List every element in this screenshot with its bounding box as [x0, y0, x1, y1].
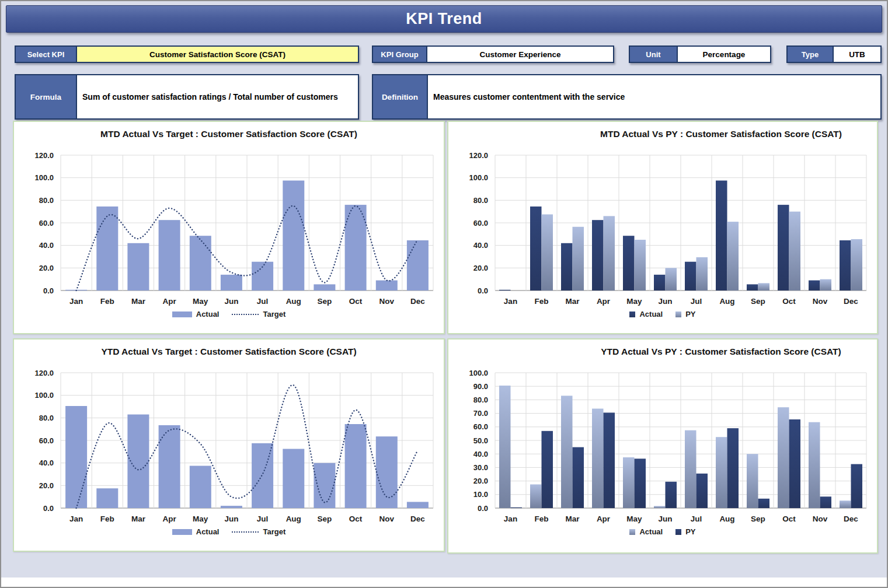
chart-panel-mtd-py: MTD Actual Vs PY : Customer Satisfaction…	[447, 121, 878, 334]
x-tick-label: Sep	[318, 297, 332, 306]
x-tick-label: Oct	[349, 514, 363, 523]
bar-py-mar	[573, 227, 584, 290]
bar-actual-jul	[685, 262, 697, 290]
y-tick-label: 60.0	[39, 436, 54, 445]
x-tick-label: Jun	[658, 514, 672, 523]
type-control: Type UTB	[786, 46, 882, 63]
x-tick-label: May	[193, 514, 208, 523]
x-tick-label: Apr	[597, 514, 611, 523]
select-kpi-control: Select KPI Customer Satisfaction Score (…	[15, 46, 359, 63]
bar-py-apr	[604, 216, 615, 290]
x-tick-label: Jan	[504, 297, 517, 306]
dashboard: KPI Trend Select KPI Customer Satisfacti…	[1, 1, 887, 587]
x-tick-label: Aug	[286, 514, 301, 523]
bar-actual-aug	[283, 449, 304, 509]
legend-item-py: PY	[675, 310, 695, 318]
y-tick-label: 60.0	[39, 219, 54, 228]
bar-actual-may	[190, 466, 211, 509]
x-tick-label: Oct	[782, 297, 796, 306]
page-title: KPI Trend	[6, 5, 882, 33]
kpi-group-control: KPI Group Customer Experience	[372, 46, 614, 63]
bar-py-aug	[727, 428, 739, 508]
x-tick-label: Feb	[100, 297, 114, 306]
bar-py-may	[635, 240, 646, 290]
x-tick-label: Dec	[844, 297, 858, 306]
y-tick-label: 100.0	[469, 369, 488, 377]
y-tick-label: 100.0	[34, 391, 54, 400]
x-tick-label: Mar	[131, 514, 146, 523]
bar-py-oct	[789, 212, 801, 290]
select-kpi-label: Select KPI	[16, 47, 76, 62]
bar-actual-feb	[530, 484, 542, 508]
x-tick-label: Aug	[719, 514, 734, 523]
y-tick-label: 40.0	[473, 450, 488, 459]
x-tick-label: Oct	[349, 297, 363, 306]
formula-value: Sum of customer satisfaction ratings / T…	[76, 75, 358, 118]
bar-actual-jul	[252, 262, 273, 290]
definition-label: Definition	[373, 75, 427, 118]
bar-py-jul	[697, 257, 708, 290]
x-tick-label: Sep	[318, 514, 332, 523]
mtd-target-chart: 0.020.040.060.080.0100.0120.0JanFebMarAp…	[14, 141, 444, 309]
x-tick-label: Jul	[691, 297, 702, 306]
bar-actual-dec	[407, 240, 429, 290]
bar-actual-jan	[499, 290, 511, 290]
bar-py-jun	[666, 482, 677, 508]
unit-control: Unit Percentage	[629, 46, 771, 63]
definition-value: Measures customer contentment with the s…	[427, 75, 880, 118]
chart-title: MTD Actual Vs PY : Customer Satisfaction…	[452, 129, 873, 139]
x-tick-label: Apr	[597, 297, 611, 306]
ytd-py-chart: 0.010.020.030.040.050.060.070.080.090.01…	[448, 359, 877, 527]
x-tick-label: Jan	[69, 297, 83, 306]
definition-control: Definition Measures customer contentment…	[372, 74, 882, 120]
py-bar-swatch	[675, 529, 681, 535]
bar-actual-nov	[376, 436, 398, 508]
bar-actual-apr	[159, 220, 180, 290]
legend-label: PY	[685, 527, 695, 536]
y-tick-label: 0.0	[478, 286, 488, 295]
x-tick-label: Aug	[286, 297, 301, 306]
legend-label: PY	[685, 310, 695, 318]
ytd-target-chart: 0.020.040.060.080.0100.0120.0JanFebMarAp…	[14, 359, 444, 527]
bar-actual-nov	[809, 422, 820, 508]
mtd-py-chart: 0.020.040.060.080.0100.0120.0JanFebMarAp…	[448, 141, 877, 309]
bar-actual-mar	[561, 396, 573, 508]
bar-actual-apr	[592, 409, 604, 509]
bar-py-sep	[758, 283, 770, 290]
bar-py-jun	[666, 268, 677, 290]
page-title-text: KPI Trend	[406, 10, 482, 27]
x-tick-label: Dec	[410, 514, 425, 523]
x-tick-label: May	[193, 297, 208, 306]
bar-actual-sep	[314, 284, 335, 290]
legend-item-actual: Actual	[172, 527, 220, 536]
bar-actual-jun	[221, 275, 242, 290]
chart-panel-ytd-target: YTD Actual Vs Target : Customer Satisfac…	[13, 338, 445, 552]
bar-py-dec	[851, 239, 863, 290]
bar-actual-may	[190, 236, 211, 290]
kpi-group-label: KPI Group	[373, 47, 426, 62]
x-tick-label: Jul	[691, 514, 702, 523]
x-tick-label: Jul	[257, 297, 269, 306]
y-tick-label: 10.0	[473, 490, 488, 499]
x-tick-label: Nov	[813, 514, 828, 523]
bar-actual-nov	[376, 281, 398, 290]
bar-actual-jun	[654, 506, 666, 509]
actual-bar-swatch	[172, 312, 192, 317]
bar-py-feb	[542, 431, 553, 508]
actual-bar-swatch	[172, 529, 192, 535]
y-tick-label: 50.0	[473, 436, 488, 445]
y-tick-label: 100.0	[469, 173, 488, 182]
x-tick-label: Mar	[565, 514, 580, 523]
select-kpi-value[interactable]: Customer Satisfaction Score (CSAT)	[76, 47, 358, 62]
x-tick-label: Jan	[69, 514, 83, 523]
y-tick-label: 40.0	[39, 459, 54, 467]
bar-py-dec	[851, 464, 863, 508]
y-tick-label: 80.0	[39, 196, 54, 205]
x-tick-label: May	[626, 297, 642, 306]
x-tick-label: Nov	[379, 297, 394, 306]
y-tick-label: 120.0	[34, 369, 54, 377]
bar-py-apr	[604, 412, 615, 508]
chart-legend: ActualTarget	[14, 527, 444, 536]
x-tick-label: Jan	[504, 514, 517, 523]
bar-py-jul	[697, 474, 708, 508]
